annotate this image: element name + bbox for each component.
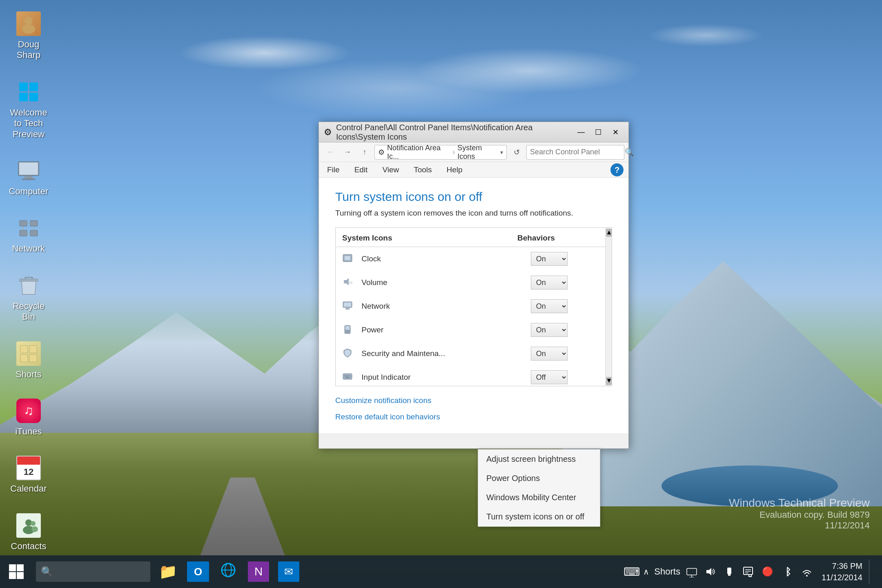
onenote-icon: N (248, 561, 269, 582)
taskbar-app-mail[interactable]: ✉ (274, 557, 303, 586)
svg-rect-46 (17, 564, 24, 571)
volume-row-name: )))) Volume (336, 271, 524, 294)
maximize-button[interactable]: ☐ (590, 125, 606, 140)
svg-rect-47 (9, 572, 16, 579)
keyboard-layout-icon[interactable]: ⌨ (624, 564, 640, 580)
power-row-name: Power (336, 318, 524, 342)
computer-icon (16, 158, 41, 183)
window-controls: — ☐ ✕ (573, 125, 624, 140)
menu-tools[interactable]: Tools (410, 164, 435, 176)
taskbar-shorts-group[interactable]: ∧ Shorts (643, 566, 680, 577)
svg-rect-48 (17, 572, 24, 579)
address-part2[interactable]: System Icons (457, 144, 499, 161)
taskbar-app-outlook[interactable]: O (184, 557, 212, 586)
security-behavior-select[interactable]: On Off (531, 347, 568, 361)
taskbar-app-ie[interactable] (214, 557, 243, 586)
taskbar-shorts-label: Shorts (654, 566, 680, 577)
power-behavior-select[interactable]: On Off (531, 323, 568, 337)
desktop-icon-doug-sharp[interactable]: Doug Sharp (8, 8, 49, 64)
address-bar[interactable]: ⚙ Notification Area Ic... › System Icons… (374, 145, 507, 160)
minimize-button[interactable]: — (573, 125, 589, 140)
table-row: )))) Volume On Of (336, 271, 605, 294)
desktop-icon-calendar[interactable]: 12 Calendar (8, 452, 49, 497)
time-date-display[interactable]: 7:36 PM 11/12/2014 (818, 560, 866, 583)
context-menu-power-options[interactable]: Power Options (478, 469, 600, 488)
tray-bluetooth-icon[interactable] (779, 564, 795, 580)
desktop-icon-contacts[interactable]: Contacts (8, 510, 49, 555)
desktop-icon-welcome[interactable]: Welcome to Tech Preview (8, 76, 49, 143)
svg-rect-31 (345, 256, 350, 260)
tray-wifi-icon[interactable] (799, 564, 815, 580)
address-part1[interactable]: Notification Area Ic... (387, 144, 450, 161)
tray-action-center-icon[interactable] (740, 564, 756, 580)
input-behavior-cell: On Off (524, 365, 605, 386)
clock-time: 7:36 PM (832, 560, 862, 572)
clock-behavior-cell: On Off (524, 247, 605, 271)
taskbar: 🔍 📁 O (0, 555, 882, 588)
power-behavior-cell: On Off (524, 318, 605, 342)
tray-power-icon[interactable] (721, 564, 737, 580)
forward-button[interactable]: → (340, 145, 355, 160)
svg-rect-56 (727, 568, 731, 574)
menu-view[interactable]: View (379, 164, 402, 176)
calendar-icon-img: 12 (16, 456, 41, 480)
scrollbar[interactable]: ▲ ▼ (605, 228, 612, 386)
customize-link[interactable]: Customize notification icons (335, 396, 612, 405)
window-links: Customize notification icons Restore def… (335, 396, 612, 421)
menu-file[interactable]: File (324, 164, 343, 176)
tray-network-icon[interactable] (684, 564, 700, 580)
contacts-icon-img (16, 513, 41, 538)
svg-point-0 (24, 17, 33, 25)
taskbar-app-file-explorer[interactable]: 📁 (154, 557, 182, 586)
input-behavior-select[interactable]: On Off (531, 370, 568, 384)
user-avatar-icon (16, 11, 41, 36)
svg-rect-4 (19, 93, 28, 101)
taskbar-app-onenote[interactable]: N (244, 557, 273, 586)
search-box[interactable]: 🔍 (526, 145, 624, 160)
user-avatar-image (16, 11, 41, 36)
svg-rect-44 (345, 377, 350, 378)
volume-behavior-select[interactable]: On Off (531, 276, 568, 290)
context-menu-mobility[interactable]: Windows Mobility Center (478, 488, 600, 507)
svg-rect-23 (29, 345, 37, 353)
svg-rect-38 (345, 326, 350, 330)
window-content: Turn system icons on or off Turning off … (319, 178, 628, 434)
clock-behavior-select[interactable]: On Off (531, 252, 568, 266)
svg-rect-2 (19, 82, 28, 91)
desktop-icon-recycle-bin[interactable]: Recycle Bin (8, 270, 49, 326)
itunes-icon-img: ♫ (16, 399, 41, 423)
taskbar-search[interactable]: 🔍 (36, 561, 150, 582)
svg-text:)))): )))) (349, 281, 353, 284)
back-button[interactable]: ← (323, 145, 338, 160)
address-dropdown-arrow[interactable]: ▾ (500, 149, 503, 156)
desktop-icon-itunes[interactable]: ♫ iTunes (8, 395, 49, 440)
refresh-button[interactable]: ↺ (509, 145, 524, 160)
menu-help[interactable]: Help (443, 164, 466, 176)
start-button[interactable] (0, 555, 33, 588)
desktop-icon-shorts[interactable]: Shorts (8, 338, 49, 383)
titlebar-text: Control Panel\All Control Panel Items\No… (336, 123, 573, 142)
security-icon (342, 347, 354, 360)
context-menu-brightness[interactable]: Adjust screen brightness (478, 450, 600, 469)
show-desktop-button[interactable] (869, 559, 875, 584)
calendar-label: Calendar (10, 483, 47, 494)
tray-volume-icon[interactable] (702, 564, 719, 580)
tray-security-icon[interactable]: 🔴 (760, 564, 776, 580)
desktop-icon-computer[interactable]: Computer (8, 155, 49, 200)
svg-marker-32 (344, 278, 349, 285)
network-icon (16, 216, 41, 240)
up-button[interactable]: ↑ (357, 145, 372, 160)
context-menu-system-icons[interactable]: Turn system icons on or off (478, 507, 600, 526)
page-heading: Turn system icons on or off (335, 190, 612, 204)
svg-rect-7 (19, 163, 38, 175)
table-scroll-container[interactable]: Clock On Off (336, 247, 605, 386)
file-explorer-icon: 📁 (159, 563, 177, 580)
menu-edit[interactable]: Edit (351, 164, 371, 176)
help-button[interactable]: ? (610, 163, 624, 176)
search-input[interactable] (530, 148, 625, 156)
close-button[interactable]: ✕ (607, 125, 624, 140)
restore-link[interactable]: Restore default icon behaviors (335, 412, 612, 421)
svg-point-1 (22, 24, 35, 34)
network-behavior-select[interactable]: On Off (531, 299, 568, 313)
desktop-icon-network[interactable]: Network (8, 212, 49, 257)
